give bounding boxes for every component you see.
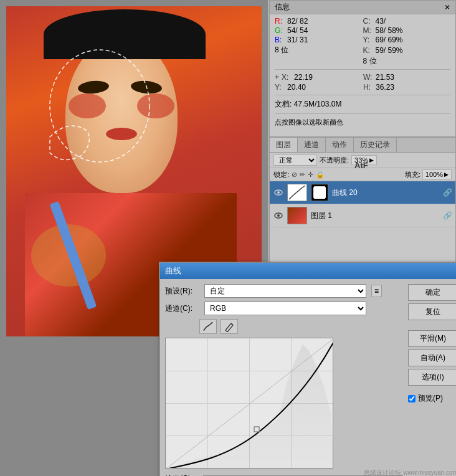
doc-info: 文档: 47.5M/103.0M <box>270 97 455 112</box>
lock-transparent-icon[interactable]: ⊘ <box>292 171 297 179</box>
curves-title-label: 曲线 <box>165 265 181 277</box>
layer-name-curves20: 曲线 20 <box>332 188 439 198</box>
fill-arrow[interactable]: ▶ <box>444 171 449 178</box>
bit2-value: 8 位 <box>363 56 377 67</box>
options-button[interactable]: 选项(I) <box>408 369 456 386</box>
preset-row: 预设(R): 自定 ≡ <box>165 284 403 298</box>
m-label: M: <box>363 26 374 35</box>
y-value: 69/ 69% <box>376 36 407 44</box>
lock-label: 锁定: <box>273 170 289 179</box>
layer-name-layer1: 图层 1 <box>311 211 439 221</box>
layers-tab-bar: 图层 通道 动作 历史记录 <box>270 138 455 153</box>
info-title-bar: 信息 ✕ <box>270 1 455 14</box>
preview-row: 预览(P) <box>408 393 456 404</box>
h-row: H: 36.23 <box>363 83 450 92</box>
curves-graph[interactable] <box>165 338 333 469</box>
bit1-value: 8 位 <box>275 45 288 55</box>
svg-point-6 <box>50 50 150 162</box>
fill-label: 填充: <box>405 170 420 179</box>
preset-label: 预设(R): <box>165 286 199 297</box>
info-panel: 信息 ✕ R: 82/ 82 C: 43/ G: 54/ 54 M: 58/ 5… <box>269 0 456 137</box>
layer-eye-layer1[interactable] <box>273 211 283 221</box>
tab-actions[interactable]: 动作 <box>326 138 354 152</box>
layer-thumb-layer1 <box>287 207 307 224</box>
preset-select[interactable]: 自定 <box>204 284 366 298</box>
fill-area: 填充: 100% ▶ <box>405 169 452 179</box>
layer-eye-curves20[interactable] <box>273 188 283 198</box>
svg-line-8 <box>166 338 333 469</box>
b-label: B: <box>275 36 286 44</box>
h-value: 36.23 <box>376 83 394 92</box>
g-label: G: <box>275 26 286 35</box>
lock-move-icon[interactable]: ✛ <box>308 171 313 179</box>
k-value: 59/ 59% <box>376 46 407 55</box>
c-value: 43/ <box>376 17 407 26</box>
w-value: 21.53 <box>376 73 394 82</box>
layer-row-layer1[interactable]: 图层 1 🔗 <box>270 204 455 227</box>
svg-point-1 <box>277 191 280 194</box>
preview-label: 预览(P) <box>418 393 443 404</box>
lock-icons-group: ⊘ ✏ ✛ 🔒 <box>292 171 325 179</box>
info-close-icon[interactable]: ✕ <box>444 3 450 12</box>
info-y-row: Y: 69/ 69% <box>363 36 451 44</box>
r-value: 82/ 82 <box>287 17 318 26</box>
c-label: C: <box>363 17 374 26</box>
info-g-row: G: 54/ 54 <box>275 26 363 35</box>
layer-row-curves20[interactable]: 曲线 20 🔗 <box>270 181 455 204</box>
info-bit1: 8 位 <box>275 45 363 55</box>
curves-line <box>166 338 333 469</box>
info-b-row: B: 31/ 31 <box>275 36 363 44</box>
k-label: K: <box>363 46 374 55</box>
channel-select[interactable]: RGB <box>204 302 366 315</box>
tab-history[interactable]: 历史记录 <box>354 138 397 152</box>
channel-row: 通道(C): RGB <box>165 302 403 315</box>
fill-value: 100% <box>425 171 443 178</box>
channel-label: 通道(C): <box>165 303 199 314</box>
preset-icon[interactable]: ≡ <box>371 285 382 297</box>
curves-dialog-title: 曲线 <box>160 263 456 279</box>
layer-thumb-curves20 <box>287 184 307 201</box>
x-coord-row: + X: 22.19 <box>275 73 362 82</box>
y-coord-row: Y: 20.40 <box>275 83 362 92</box>
layer-mask-curves20 <box>311 184 328 201</box>
layers-lock-bar: 锁定: ⊘ ✏ ✛ 🔒 填充: 100% ▶ <box>270 168 455 181</box>
info-c-row: C: 43/ <box>363 17 451 26</box>
layers-panel: 图层 通道 动作 历史记录 正常 不透明度: 33% ▶ 锁定: ⊘ ✏ ✛ 🔒… <box>269 137 456 268</box>
b-value: 31/ 31 <box>287 36 318 44</box>
tab-channels[interactable]: 通道 <box>298 138 326 152</box>
curves-curve-tool[interactable] <box>199 319 217 334</box>
info-bit2: 8 位 <box>363 56 451 67</box>
opacity-arrow[interactable]: ▶ <box>369 157 374 163</box>
tab-layers[interactable]: 图层 <box>270 138 298 152</box>
svg-rect-9 <box>254 427 259 432</box>
y-coord-value: 20.40 <box>287 83 306 92</box>
w-row: W: 21.53 <box>363 73 450 82</box>
g-value: 54/ 54 <box>287 26 318 35</box>
auto-button[interactable]: 自动(A) <box>408 350 456 366</box>
info-title: 信息 <box>275 2 290 12</box>
preview-checkbox[interactable] <box>408 395 416 402</box>
output-label: 输出(O): <box>165 474 199 476</box>
m-value: 58/ 58% <box>376 26 407 35</box>
lock-paint-icon[interactable]: ✏ <box>300 171 305 179</box>
curves-buttons: 确定 复位 平滑(M) 自动(A) 选项(I) 预览(P) <box>408 284 456 476</box>
info-r-row: R: 82/ 82 <box>275 17 363 26</box>
curves-dialog: 曲线 预设(R): 自定 ≡ 通道(C): RGB <box>159 262 456 476</box>
watermark: 思绪设计论坛 www.missyuan.com <box>364 469 456 476</box>
x-value: 22.19 <box>294 73 313 82</box>
svg-point-5 <box>277 214 280 217</box>
curves-pencil-tool[interactable] <box>221 319 238 334</box>
info-hint: 点按图像以选取新颜色 <box>270 115 455 130</box>
ok-button[interactable]: 确定 <box>408 284 456 301</box>
layer-link-curves20[interactable]: 🔗 <box>443 188 452 197</box>
lock-all-icon[interactable]: 🔒 <box>316 171 325 179</box>
reset-button[interactable]: 复位 <box>408 303 456 320</box>
layer-link-layer1[interactable]: 🔗 <box>443 211 452 220</box>
info-k-row: K: 59/ 59% <box>363 45 451 55</box>
smooth-button[interactable]: 平滑(M) <box>408 330 456 347</box>
blend-mode-select[interactable]: 正常 <box>273 155 317 166</box>
y-label: Y: <box>363 36 374 44</box>
svg-line-7 <box>231 323 233 325</box>
info-m-row: M: 58/ 58% <box>363 26 451 35</box>
r-label: R: <box>275 17 286 26</box>
